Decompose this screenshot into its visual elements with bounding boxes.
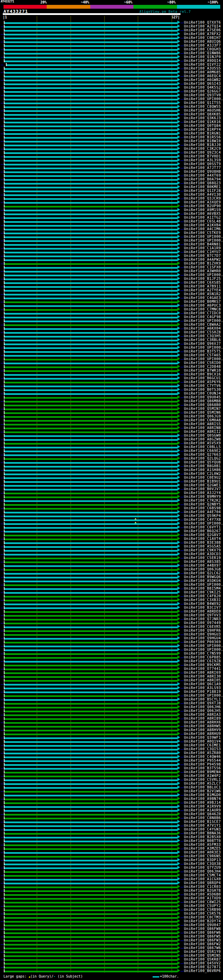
hit-label[interactable]: UniRef100_C7N599 — [184, 652, 221, 655]
hit-bar[interactable] — [5, 661, 177, 663]
hit-label[interactable]: UniRef100_C5UPY2 — [184, 904, 221, 908]
hit-label[interactable]: UniRef100_A8S385 — [184, 560, 221, 563]
hit-bar[interactable] — [5, 535, 177, 536]
hit-bar[interactable] — [5, 107, 177, 108]
hit-bar[interactable] — [5, 707, 177, 708]
hit-bar[interactable] — [5, 99, 177, 100]
hit-bar[interactable] — [5, 607, 177, 609]
hit-bar[interactable] — [5, 496, 177, 498]
hit-label[interactable]: UniRef100_Q1K016 — [184, 120, 221, 124]
hit-bar[interactable] — [5, 244, 177, 246]
hit-bar[interactable] — [5, 175, 177, 177]
hit-bar[interactable] — [5, 378, 177, 380]
hit-bar[interactable] — [5, 328, 177, 330]
hit-bar[interactable] — [5, 802, 177, 804]
hit-label[interactable]: UniRef100_C6I9Z8 — [184, 659, 221, 663]
hit-bar[interactable] — [5, 515, 177, 517]
hit-label[interactable]: UniRef100_Q1NJF0 — [184, 55, 221, 59]
hit-label[interactable]: UniRef100_UPI000.. — [184, 648, 223, 651]
hit-bar[interactable] — [5, 167, 177, 169]
hit-bar[interactable] — [5, 317, 177, 318]
hit-label[interactable]: UniRef100_Q5MIN6 — [184, 411, 221, 414]
hit-label[interactable]: UniRef100_A5V5X9 — [184, 442, 221, 445]
hit-label[interactable]: UniRef100_B3DP13 — [184, 858, 221, 862]
hit-label[interactable]: UniRef100_Q9TVV3 — [184, 614, 221, 617]
hit-label[interactable]: UniRef100_Q6C1A9 — [184, 682, 221, 686]
hit-label[interactable]: UniRef100_Q2LC62 — [184, 571, 221, 575]
hit-bar[interactable] — [5, 699, 177, 701]
hit-bar[interactable] — [5, 290, 177, 292]
hit-label[interactable]: UniRef100_C5R576 — [184, 912, 221, 915]
hit-label[interactable]: UniRef100_B8LUC1 — [184, 786, 221, 789]
hit-label[interactable]: UniRef100_C5RB90 — [184, 908, 221, 912]
hit-label[interactable]: UniRef100_Q9U045 — [184, 396, 221, 399]
hit-label[interactable]: UniRef100_C6IME1 — [184, 744, 221, 747]
hit-label[interactable]: UniRef100_Q2G8V7 — [184, 533, 221, 537]
hit-label[interactable]: UniRef100_UPI000.. — [184, 644, 223, 648]
hit-bar[interactable] — [5, 776, 177, 777]
hit-label[interactable]: UniRef100_B3T5T5 — [184, 350, 221, 353]
hit-bar[interactable] — [5, 550, 177, 552]
hit-label[interactable]: UniRef100_C6VYT1 — [184, 526, 221, 529]
hit-label[interactable]: UniRef100_C0CTM3 — [184, 916, 221, 919]
hit-bar[interactable] — [5, 160, 177, 162]
hit-label[interactable]: UniRef100_A1AUR9 — [184, 808, 221, 812]
hit-label[interactable]: UniRef100_A5P6Y6 — [184, 380, 221, 384]
hit-label[interactable]: UniRef100_C3RBL6 — [184, 338, 221, 342]
hit-bar[interactable] — [5, 752, 177, 754]
hit-bar[interactable] — [5, 416, 177, 418]
hit-label[interactable]: UniRef100_P18819 — [184, 690, 221, 694]
hit-bar[interactable] — [5, 711, 177, 712]
hit-label[interactable]: UniRef100_A4VI30 — [184, 193, 221, 196]
hit-bar[interactable] — [5, 936, 177, 938]
hit-bar[interactable] — [5, 577, 177, 579]
hit-bar[interactable] — [5, 489, 177, 490]
hit-bar[interactable] — [5, 141, 177, 143]
hit-bar[interactable] — [5, 925, 177, 926]
hit-label[interactable]: UniRef100_A3L3S9 — [184, 159, 221, 162]
hit-bar[interactable] — [5, 164, 177, 165]
hit-bar[interactable] — [5, 756, 177, 758]
hit-bar[interactable] — [5, 252, 177, 253]
hit-label[interactable]: UniRef100_P94598 — [184, 763, 221, 766]
hit-label[interactable]: UniRef100_B6Q267 — [184, 530, 221, 533]
hit-bar[interactable] — [6, 64, 177, 66]
hit-label[interactable]: UniRef100_Q5MIN7 — [184, 407, 221, 410]
hit-bar[interactable] — [5, 852, 177, 854]
hit-bar[interactable] — [5, 183, 177, 185]
hit-label[interactable]: UniRef100_B0VJV7 — [184, 487, 221, 491]
hit-bar[interactable] — [5, 668, 177, 670]
hit-bar[interactable] — [5, 867, 177, 869]
hit-label[interactable]: UniRef100_A3MZE5 — [184, 847, 221, 850]
hit-label[interactable]: UniRef100_C1SFX0 — [184, 266, 221, 269]
hit-label[interactable]: UniRef100_C9R6N5 — [184, 854, 221, 858]
hit-bar[interactable] — [5, 493, 177, 494]
hit-bar[interactable] — [5, 332, 177, 334]
hit-label[interactable]: UniRef100_A6USH6 — [184, 109, 221, 112]
hit-label[interactable]: UniRef100_A6EQC4 — [184, 75, 221, 78]
hit-label[interactable]: UniRef100_Q06JG8 — [184, 568, 221, 571]
hit-bar[interactable] — [5, 401, 177, 402]
hit-label[interactable]: UniRef100_A4XT69 — [184, 174, 221, 177]
hit-bar[interactable] — [5, 588, 177, 590]
hit-bar[interactable] — [5, 263, 177, 265]
hit-bar[interactable] — [5, 726, 177, 728]
hit-label[interactable]: UniRef100_UPI000.. — [184, 273, 223, 277]
hit-bar[interactable] — [5, 325, 177, 326]
hit-label[interactable]: UniRef100_Q5KR87 — [184, 958, 221, 961]
hit-label[interactable]: UniRef100_A5ZR80 — [184, 751, 221, 755]
hit-label[interactable]: UniRef100_A0Q1V4 — [184, 740, 221, 743]
hit-bar[interactable] — [5, 114, 177, 116]
hit-label[interactable]: UniRef100_B9CKM5 — [184, 663, 221, 667]
hit-label[interactable]: UniRef100_C8WAA2 — [184, 323, 221, 326]
hit-label[interactable]: UniRef100_B2DY74 — [184, 920, 221, 923]
hit-bar[interactable] — [5, 286, 177, 288]
hit-bar[interactable] — [5, 860, 177, 861]
hit-bar[interactable] — [5, 466, 177, 468]
hit-label[interactable]: UniRef100_A8RHV9 — [184, 728, 221, 732]
hit-bar[interactable] — [5, 584, 177, 586]
hit-bar[interactable] — [5, 393, 177, 395]
hit-label[interactable]: UniRef100_A8RIA3 — [184, 713, 221, 716]
hit-label[interactable]: UniRef100_B4WX92 — [184, 602, 221, 606]
hit-bar[interactable] — [5, 504, 177, 506]
